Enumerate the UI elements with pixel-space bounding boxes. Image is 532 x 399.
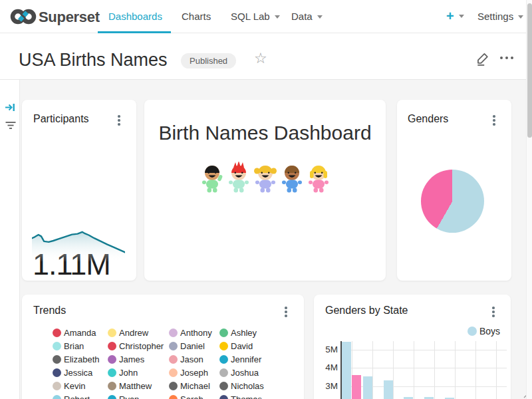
legend-item-boys[interactable]: Boys [467, 326, 500, 336]
legend-swatch [219, 368, 228, 377]
legend-label: Daniel [180, 341, 205, 351]
nav-tab-charts[interactable]: Charts [182, 11, 211, 22]
edit-dashboard-button[interactable] [475, 51, 490, 68]
legend-item[interactable]: Andrew [108, 328, 169, 338]
gridline [340, 368, 507, 368]
legend-swatch [53, 368, 61, 377]
superset-logo-icon[interactable] [10, 7, 37, 27]
bar-boys[interactable] [342, 342, 351, 399]
legend-item[interactable]: Matthew [108, 381, 169, 391]
legend-item[interactable]: Anthony [169, 328, 219, 338]
card-participants: Participants 1.11M -22.5% over 5Y [22, 100, 136, 281]
legend-swatch [53, 355, 61, 364]
chart-title: Genders by State [325, 305, 408, 317]
legend-item[interactable]: Daniel [169, 341, 219, 351]
superset-dashboard-viewport: Superset Dashboards Charts SQL Lab Data … [0, 0, 532, 399]
new-item-button[interactable]: + [446, 9, 464, 24]
legend-swatch [219, 342, 228, 350]
chart-title: Participants [33, 113, 89, 125]
legend-label: Jason [180, 354, 203, 364]
bar-boys[interactable] [384, 380, 393, 399]
gridline [340, 350, 507, 350]
nav-tab-dashboards[interactable]: Dashboards [108, 11, 162, 22]
legend-item[interactable]: Kevin [53, 381, 108, 391]
page-title: USA Births Names [19, 50, 168, 70]
pie-chart[interactable] [421, 170, 484, 233]
legend-swatch [169, 395, 178, 399]
legend-item[interactable]: Jennifer [219, 354, 279, 364]
legend-label: Ryan [119, 394, 139, 399]
legend-swatch [108, 355, 116, 364]
legend-label: Jennifer [231, 354, 261, 364]
chart-kebab-menu[interactable] [283, 305, 289, 319]
scrollbar-thumb[interactable] [527, 3, 532, 138]
legend-item[interactable]: Michael [169, 381, 219, 391]
legend-item[interactable]: Elizabeth [53, 354, 108, 364]
legend-label: Sarah [180, 394, 203, 399]
legend-label: Thomas [231, 394, 262, 399]
baby-emoji-row [144, 162, 386, 194]
legend-label: Andrew [119, 328, 148, 338]
status-badge[interactable]: Published [181, 53, 236, 68]
legend-swatch [169, 368, 178, 377]
settings-menu[interactable]: Settings [477, 11, 523, 22]
legend-label: Matthew [119, 381, 152, 391]
more-options-button[interactable] [500, 57, 513, 59]
chevron-down-icon [275, 15, 280, 19]
legend-item[interactable]: Christopher [108, 341, 169, 351]
legend-item[interactable]: Jessica [53, 368, 108, 378]
legend-item[interactable]: Sarah [169, 394, 219, 399]
legend-swatch [53, 329, 61, 337]
brand-name[interactable]: Superset [39, 9, 100, 26]
chart-kebab-menu[interactable] [491, 305, 496, 319]
legend-swatch [169, 342, 178, 350]
filter-bar-collapsed [0, 80, 20, 399]
baby-emoji [253, 162, 277, 194]
legend-item[interactable]: Ashley [219, 328, 279, 338]
legend-item[interactable]: Thomas [219, 394, 279, 399]
legend-item[interactable]: Nicholas [219, 381, 279, 391]
legend-item[interactable]: James [108, 354, 169, 364]
pencil-icon [475, 51, 490, 66]
legend-label: Jessica [64, 368, 92, 378]
legend-swatch [169, 382, 178, 390]
legend-item[interactable]: Jason [169, 354, 219, 364]
expand-filter-bar-button[interactable] [5, 102, 16, 116]
baby-emoji [227, 162, 251, 194]
legend-label: Joseph [180, 368, 208, 378]
legend-item[interactable]: Joseph [169, 368, 219, 378]
legend-swatch [53, 342, 61, 350]
legend-item[interactable]: Joshua [219, 368, 279, 378]
arrow-right-to-bar-icon [5, 102, 16, 113]
favorite-star-icon[interactable]: ☆ [254, 50, 267, 66]
legend-item[interactable]: David [219, 341, 279, 351]
legend-item[interactable]: Brian [53, 341, 108, 351]
legend-swatch [219, 382, 228, 390]
filter-icon-button[interactable] [5, 120, 17, 134]
legend-label: Kevin [64, 381, 86, 391]
chart-title: Trends [33, 305, 66, 317]
y-axis-tick-label: 3M [319, 381, 338, 391]
legend-label: John [119, 368, 138, 378]
nav-tab-data[interactable]: Data [291, 11, 323, 22]
series-legend: AmandaAndrewAnthonyAshleyBrianChristophe… [53, 326, 279, 399]
legend-item[interactable]: John [108, 368, 169, 378]
chart-title: Genders [408, 113, 448, 125]
baby-emoji [280, 162, 304, 194]
legend-label: Brian [64, 341, 84, 351]
legend-item[interactable]: Robert [53, 394, 108, 399]
bar-girls[interactable] [352, 375, 361, 399]
chart-kebab-menu[interactable] [116, 114, 122, 127]
bar-boys[interactable] [363, 376, 372, 399]
nav-tab-sql-lab[interactable]: SQL Lab [231, 11, 280, 22]
legend-item[interactable]: Ryan [108, 394, 169, 399]
chart-kebab-menu[interactable] [491, 114, 497, 127]
legend-label: Anthony [180, 328, 212, 338]
legend-swatch [53, 395, 61, 399]
legend-item[interactable]: Amanda [53, 328, 108, 338]
markdown-heading: Birth Names Dashboard [144, 122, 386, 144]
card-trends: Trends AmandaAndrewAnthonyAshleyBrianChr… [22, 295, 304, 399]
plus-icon: + [446, 9, 454, 23]
legend-label: Elizabeth [64, 354, 99, 364]
y-axis-tick-label: 5M [319, 344, 338, 354]
